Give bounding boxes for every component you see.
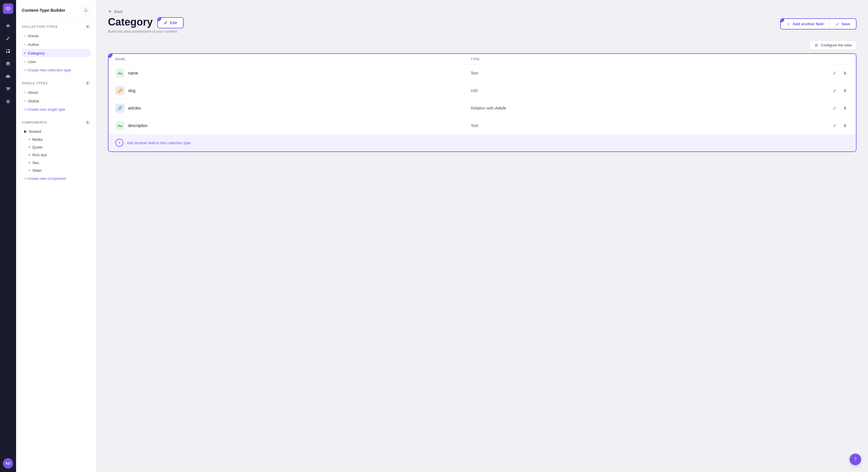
sidebar-item-rich-text-label: Rich text: [32, 153, 47, 157]
edit-button[interactable]: Edit: [158, 18, 183, 28]
sidebar-item-category-label: Category: [28, 51, 45, 55]
help-button[interactable]: ?: [849, 453, 861, 465]
back-link[interactable]: Back: [108, 9, 184, 14]
field-actions: [826, 87, 849, 95]
table-header: NAME TYPE: [108, 54, 856, 65]
nav-home-icon[interactable]: [3, 21, 13, 31]
field-delete-button[interactable]: [841, 122, 849, 130]
sidebar-item-quote-label: Quote: [32, 145, 42, 149]
configure-view-label: Configure the view: [820, 43, 851, 47]
sidebar: Content-Type Builder COLLECTION TYPES 4 …: [16, 0, 96, 472]
svg-marker-1: [24, 130, 27, 133]
create-component-button[interactable]: + Create new component: [22, 175, 90, 182]
sidebar-search-button[interactable]: [81, 6, 90, 15]
edit-button-container: 1 Edit: [157, 17, 184, 28]
nav-edit-icon[interactable]: [3, 33, 13, 43]
nav-cart-icon[interactable]: [3, 84, 13, 94]
shared-group-header[interactable]: Shared: [22, 128, 90, 135]
field-name-cell: Aa description: [115, 121, 471, 130]
user-avatar[interactable]: KD: [3, 458, 13, 469]
configure-bar: Configure the view: [108, 40, 857, 50]
logo-btn[interactable]: [3, 3, 13, 14]
create-single-label: + Create new single type: [24, 107, 65, 111]
sidebar-item-slider-label: Slider: [32, 168, 42, 173]
table-row: 🔗 articles Relation with Article: [108, 100, 856, 117]
sidebar-item-quote[interactable]: • Quote: [22, 144, 90, 151]
field-delete-button[interactable]: [841, 104, 849, 112]
title-area: Back Category 1 Edit Build the data arch…: [108, 9, 184, 34]
sidebar-item-slider[interactable]: • Slider: [22, 167, 90, 174]
field-name-text: name: [128, 71, 138, 75]
sidebar-item-media[interactable]: • Media: [22, 136, 90, 143]
actions-header: [826, 57, 849, 61]
collection-types-count: 4: [85, 24, 90, 29]
field-actions: [826, 69, 849, 77]
create-single-type-button[interactable]: + Create new single type: [22, 105, 90, 113]
sidebar-item-author-label: Author: [28, 42, 39, 47]
add-field-button[interactable]: Add another field: [781, 19, 829, 29]
single-types-label[interactable]: SINGLE TYPES: [22, 81, 48, 85]
add-field-button-label: Add another field: [793, 22, 824, 26]
single-types-count: 2: [85, 81, 90, 86]
components-header: COMPONENTS 5: [22, 120, 90, 125]
nav-media-icon[interactable]: [3, 59, 13, 69]
main-content: Back Category 1 Edit Build the data arch…: [96, 0, 868, 472]
collection-types-header: COLLECTION TYPES 4: [22, 24, 90, 29]
configure-view-button[interactable]: Configure the view: [809, 40, 857, 50]
create-collection-label: + Create new collection type: [24, 68, 71, 72]
collection-types-label[interactable]: COLLECTION TYPES: [22, 25, 58, 28]
field-delete-button[interactable]: [841, 69, 849, 77]
single-types-header: SINGLE TYPES 2: [22, 81, 90, 86]
collection-types-section: COLLECTION TYPES 4 • Article • Author • …: [16, 20, 96, 76]
nav-builder-icon[interactable]: [3, 46, 13, 56]
svg-point-0: [84, 9, 87, 11]
single-types-section: SINGLE TYPES 2 • About • Global + Create…: [16, 76, 96, 115]
field-edit-button[interactable]: [831, 69, 839, 77]
sidebar-item-global[interactable]: • Global: [22, 97, 90, 105]
sidebar-item-category[interactable]: • Category: [22, 49, 90, 57]
field-delete-button[interactable]: [841, 87, 849, 95]
table-row: Aa description Text: [108, 117, 856, 134]
create-collection-type-button[interactable]: + Create new collection type: [22, 66, 90, 74]
save-button-label: Save: [842, 22, 850, 26]
sidebar-item-rich-text[interactable]: • Rich text: [22, 151, 90, 159]
field-type-text: Relation with Article: [471, 106, 826, 110]
field-icon-slug: 🔑: [115, 86, 125, 95]
page-subtitle: Build the data architecture of your cont…: [108, 29, 184, 34]
components-count: 5: [85, 120, 90, 125]
nav-settings-icon[interactable]: [3, 96, 13, 107]
sidebar-header: Content-Type Builder: [16, 0, 96, 20]
sidebar-item-user[interactable]: • User: [22, 58, 90, 66]
sidebar-item-about-label: About: [28, 90, 38, 95]
sidebar-item-seo-label: Seo: [32, 161, 39, 165]
sidebar-item-article[interactable]: • Article: [22, 32, 90, 40]
nav-cloud-icon[interactable]: [3, 71, 13, 81]
sidebar-item-author[interactable]: • Author: [22, 40, 90, 48]
field-icon-name: Aa: [115, 69, 125, 78]
sidebar-title: Content-Type Builder: [22, 7, 65, 13]
field-name-text: slug: [128, 88, 135, 93]
sidebar-item-global-label: Global: [28, 99, 39, 103]
field-name-cell: 🔑 slug: [115, 86, 471, 95]
sidebar-item-user-label: User: [28, 60, 36, 64]
add-field-inline-label: Add another field to this collection typ…: [127, 141, 191, 145]
field-name-cell: Aa name: [115, 69, 471, 78]
sidebar-item-about[interactable]: • About: [22, 88, 90, 96]
field-icon-description: Aa: [115, 121, 125, 130]
add-field-inline-button[interactable]: + Add another field to this collection t…: [108, 134, 856, 151]
components-label[interactable]: COMPONENTS: [22, 121, 47, 124]
header-actions: 2 Add another field Save: [780, 19, 857, 30]
field-type-text: Text: [471, 123, 826, 128]
top-bar: Back Category 1 Edit Build the data arch…: [108, 9, 857, 34]
field-edit-button[interactable]: [831, 104, 839, 112]
table-row: 🔑 slug UID: [108, 82, 856, 100]
sidebar-item-seo[interactable]: • Seo: [22, 159, 90, 166]
field-edit-button[interactable]: [831, 122, 839, 130]
sidebar-item-article-label: Article: [28, 34, 39, 38]
table-row: Aa name Text: [108, 65, 856, 82]
field-actions: [826, 104, 849, 112]
save-button[interactable]: Save: [829, 19, 856, 29]
create-component-label: + Create new component: [24, 176, 66, 181]
field-actions: [826, 122, 849, 130]
field-edit-button[interactable]: [831, 87, 839, 95]
